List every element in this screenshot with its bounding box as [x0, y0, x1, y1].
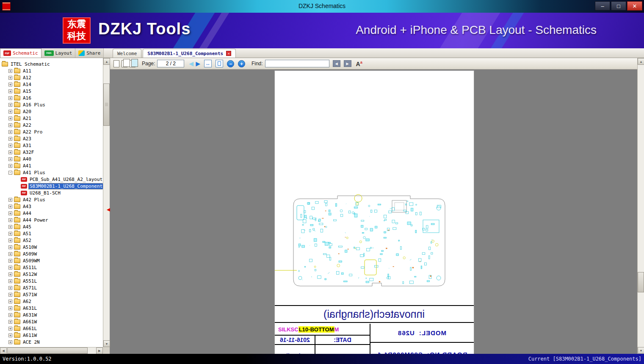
tree-item[interactable]: +A45 — [0, 223, 103, 230]
tree-item[interactable]: +A31 — [0, 142, 103, 149]
find-next-icon[interactable]: ▶ — [344, 60, 351, 67]
find-input[interactable] — [265, 60, 329, 67]
find-previous-icon[interactable]: ◀ — [333, 60, 340, 67]
tree-item[interactable]: +A22 — [0, 122, 103, 128]
tree-item[interactable]: +A661W — [0, 318, 103, 325]
tree-expander-icon[interactable]: + — [8, 83, 12, 86]
tree-item[interactable]: PDFU268_B1-SCH — [0, 189, 103, 196]
tree-item-label[interactable]: U268_B1-SCH — [29, 190, 61, 196]
tree-horizontal-scrollbar[interactable]: ◀ ▶ — [0, 347, 103, 354]
tree-item-label[interactable]: A551L — [22, 278, 38, 284]
tree-scroll-thumb[interactable] — [103, 83, 110, 126]
tree-expander-icon[interactable]: + — [8, 103, 12, 107]
tree-item[interactable]: +A509WM — [0, 257, 103, 264]
tree-expander-icon[interactable]: + — [8, 137, 12, 141]
tree-item-label[interactable]: A631W — [22, 312, 38, 318]
close-button[interactable]: ✕ — [627, 1, 642, 11]
scroll-up-icon[interactable]: ▲ — [103, 58, 110, 65]
tree-item-label[interactable]: A509WM — [22, 258, 41, 264]
tree-item-label[interactable]: A52 — [22, 238, 32, 243]
tree-item-label[interactable]: A51 — [22, 231, 32, 236]
tree-item-label[interactable]: A661W — [22, 319, 38, 325]
tree-item-label[interactable]: A43 — [22, 204, 32, 209]
tree-expander-icon[interactable]: + — [8, 286, 12, 290]
single-page-icon[interactable] — [113, 60, 119, 67]
tree-item[interactable]: +A571W — [0, 291, 103, 298]
tree-expander-icon[interactable]: + — [8, 313, 12, 317]
page-number-input[interactable] — [157, 60, 184, 67]
tree-expander-icon[interactable]: + — [8, 211, 12, 215]
previous-page-icon[interactable]: ◀ — [189, 61, 193, 67]
tree-item[interactable]: +A44 — [0, 210, 103, 217]
tree-item[interactable]: +A12 — [0, 74, 103, 81]
tree-item-label[interactable]: A41 Plus — [22, 170, 46, 175]
tree-item[interactable]: +A15 — [0, 88, 103, 94]
tree-item-label[interactable]: A571L — [22, 285, 38, 291]
tree-item[interactable]: +A52 — [0, 237, 103, 244]
next-page-icon[interactable]: ▶ — [196, 61, 200, 67]
tree-item-label[interactable]: A631L — [22, 306, 38, 311]
tree-item-label[interactable]: A21 — [22, 116, 32, 121]
tree-expander-icon[interactable]: + — [8, 252, 12, 256]
tree-expander-icon[interactable]: + — [8, 333, 12, 337]
tree-expander-icon[interactable]: + — [8, 157, 12, 161]
tree-item[interactable]: -A41 Plus — [0, 169, 103, 176]
tree-item[interactable]: +A16 — [0, 94, 103, 101]
tree-item-label[interactable]: A44 Power — [22, 217, 49, 223]
tree-expander-icon[interactable]: + — [8, 266, 12, 270]
tree-item-label[interactable]: A512W — [22, 272, 38, 277]
tree-item-label[interactable]: A16 — [22, 95, 32, 101]
tree-item[interactable]: +A512W — [0, 271, 103, 278]
tree-item-label[interactable]: A45 — [22, 224, 32, 230]
tree-expander-icon[interactable]: + — [8, 96, 12, 100]
tree-item-label[interactable]: A40 — [22, 156, 32, 162]
tree-item[interactable]: +A551L — [0, 278, 103, 284]
fit-width-icon[interactable]: ↔ — [204, 60, 212, 67]
tree-item-label[interactable]: A12 — [22, 75, 32, 81]
tree-expander-icon[interactable]: + — [8, 245, 12, 249]
tree-expander-icon[interactable]: + — [8, 272, 12, 276]
tree-item-label[interactable]: A31 — [22, 143, 32, 148]
minimize-button[interactable]: – — [595, 1, 610, 11]
close-tab-icon[interactable]: ✕ — [226, 51, 231, 56]
tree-expander-icon[interactable]: + — [8, 144, 12, 147]
scroll-up-icon[interactable]: ▲ — [638, 58, 644, 65]
tree-item-label[interactable]: A32F — [22, 150, 35, 155]
tree-item[interactable]: +A43 — [0, 203, 103, 210]
zoom-out-icon[interactable]: − — [227, 60, 234, 67]
tree-item[interactable]: ITEL Schematic — [0, 61, 103, 67]
tree-item[interactable]: +A21 — [0, 115, 103, 122]
tree-expander-icon[interactable]: + — [8, 150, 12, 154]
scroll-right-icon[interactable]: ▶ — [96, 347, 103, 354]
tree-item[interactable]: PDFPCB_Sub_A41_U268_A2_layout — [0, 176, 103, 183]
tree-expander-icon[interactable]: + — [8, 89, 12, 93]
tree-item-label[interactable]: A16 Plus — [22, 102, 46, 108]
tab-schematic[interactable]: PDF Schematic — [0, 48, 41, 58]
tree-item[interactable]: PDFS83M002B1-1_U268_Components — [0, 183, 103, 189]
tree-item-label[interactable]: A42 Plus — [22, 197, 46, 203]
tree-expander-icon[interactable]: + — [8, 306, 12, 310]
tree-expander-icon[interactable]: + — [8, 293, 12, 297]
tree-item-label[interactable]: A44 — [22, 211, 32, 216]
tree-item[interactable]: +A661L — [0, 325, 103, 332]
tree-item[interactable]: +A631L — [0, 305, 103, 311]
tree-item-label[interactable]: A22 — [22, 122, 32, 128]
tree-item-label[interactable]: ACE 2N — [22, 339, 41, 345]
tree-item[interactable]: +A62 — [0, 298, 103, 305]
continuous-pages-icon[interactable] — [130, 60, 135, 67]
tree-item[interactable]: +A14 — [0, 81, 103, 88]
tree-item[interactable]: +A511L — [0, 264, 103, 271]
viewer-vertical-scrollbar[interactable]: ▲ ▼ — [637, 58, 644, 354]
tree-item-label[interactable]: PCB_Sub_A41_U268_A2_layout — [29, 177, 103, 182]
tree-item-label[interactable]: A23 — [22, 136, 32, 142]
tree-expander-icon[interactable]: + — [8, 110, 12, 114]
tree-item-label[interactable]: A14 — [22, 82, 32, 87]
tree-expander-icon[interactable]: + — [8, 69, 12, 73]
facing-pages-icon[interactable] — [122, 60, 127, 67]
tree-item-label[interactable]: A11 — [22, 68, 32, 74]
tree-item-label[interactable]: A15 — [22, 89, 32, 94]
tree-item-label[interactable]: A571W — [22, 292, 38, 297]
tree-item[interactable]: +A16 Plus — [0, 101, 103, 108]
tree-expander-icon[interactable]: + — [8, 198, 12, 202]
tab-share[interactable]: Share — [75, 48, 104, 58]
